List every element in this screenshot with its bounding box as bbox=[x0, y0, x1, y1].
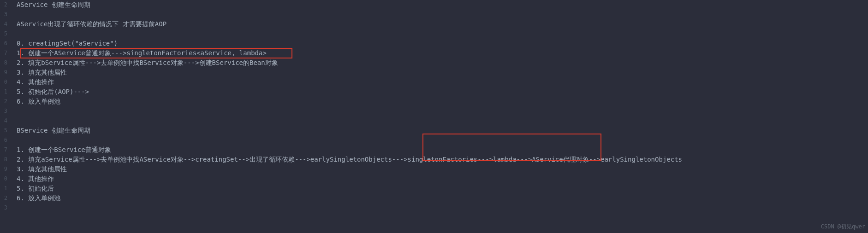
line-gutter: 2 3 4 5 6 7 8 9 0 1 2 3 4 5 6 7 8 9 0 1 … bbox=[0, 0, 11, 233]
line-number: 9 bbox=[0, 164, 7, 174]
code-editor[interactable]: 2 3 4 5 6 7 8 9 0 1 2 3 4 5 6 7 8 9 0 1 … bbox=[0, 0, 868, 233]
line-number: 1 bbox=[0, 184, 7, 193]
code-line[interactable] bbox=[17, 135, 868, 145]
code-line[interactable] bbox=[17, 203, 868, 213]
line-number: 2 bbox=[0, 193, 7, 203]
code-line[interactable]: 6. 放入单例池 bbox=[17, 97, 868, 106]
line-number: 8 bbox=[0, 58, 7, 68]
watermark: CSDN @初见qwer bbox=[821, 222, 865, 232]
line-number: 6 bbox=[0, 39, 7, 48]
line-number: 5 bbox=[0, 126, 7, 135]
line-number: 5 bbox=[0, 29, 7, 39]
code-line[interactable]: 5. 初始化后 bbox=[17, 184, 868, 193]
code-line[interactable]: 3. 填充其他属性 bbox=[17, 68, 868, 77]
line-number: 1 bbox=[0, 87, 7, 97]
code-line[interactable] bbox=[17, 106, 868, 116]
line-number: 9 bbox=[0, 68, 7, 77]
code-line[interactable]: 1. 创建一个BService普通对象 bbox=[17, 145, 868, 155]
code-line[interactable]: AService 创建生命周期 bbox=[17, 0, 868, 10]
code-line[interactable]: 1. 创建一个AService普通对象--->singletonFactorie… bbox=[17, 48, 868, 58]
line-number: 3 bbox=[0, 106, 7, 116]
code-line[interactable]: AService出现了循环依赖的情况下 才需要提前AOP bbox=[17, 19, 868, 29]
code-line[interactable]: 2. 填充bService属性--->去单例池中找BService对象--->创… bbox=[17, 58, 868, 68]
code-line[interactable] bbox=[17, 116, 868, 126]
code-line[interactable]: BService 创建生命周期 bbox=[17, 126, 868, 135]
line-number: 2 bbox=[0, 97, 7, 106]
line-number: 2 bbox=[0, 0, 7, 10]
line-number: 3 bbox=[0, 203, 7, 213]
code-line[interactable] bbox=[17, 10, 868, 19]
line-number: 8 bbox=[0, 155, 7, 164]
code-line[interactable]: 2. 填充aService属性--->去单例池中找AService对象-->cr… bbox=[17, 155, 868, 164]
code-line[interactable]: 0. creatingSet("aService") bbox=[17, 39, 868, 48]
code-line[interactable]: 4. 其他操作 bbox=[17, 174, 868, 184]
line-number: 0 bbox=[0, 174, 7, 184]
line-number: 0 bbox=[0, 77, 7, 87]
line-number: 4 bbox=[0, 116, 7, 126]
code-line[interactable]: 3. 填充其他属性 bbox=[17, 164, 868, 174]
code-line[interactable]: 5. 初始化后(AOP)---> bbox=[17, 87, 868, 97]
line-number: 7 bbox=[0, 145, 7, 155]
code-line[interactable]: 4. 其他操作 bbox=[17, 77, 868, 87]
line-number: 7 bbox=[0, 48, 7, 58]
code-area[interactable]: AService 创建生命周期 AService出现了循环依赖的情况下 才需要提… bbox=[11, 0, 868, 233]
line-number: 6 bbox=[0, 135, 7, 145]
code-line[interactable]: 6. 放入单例池 bbox=[17, 193, 868, 203]
code-line[interactable] bbox=[17, 29, 868, 39]
line-number: 4 bbox=[0, 19, 7, 29]
line-number: 3 bbox=[0, 10, 7, 19]
